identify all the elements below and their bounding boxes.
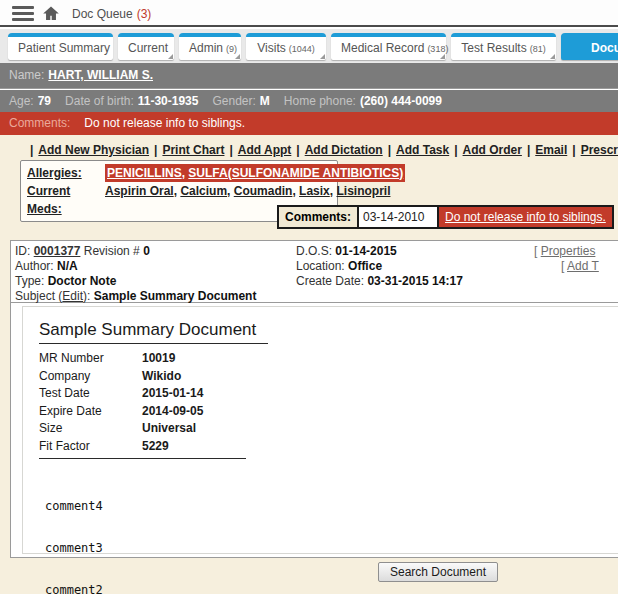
bottom-strip xyxy=(0,594,618,601)
med-item[interactable]: Aspirin Oral xyxy=(105,184,174,198)
properties-link-wrap: [ Properties xyxy=(534,244,595,259)
comma-separator: , xyxy=(174,184,177,198)
meta-row-subject: Subject (Edit): Sample Summary Document xyxy=(15,289,618,304)
field-value: 2015-01-14 xyxy=(142,385,203,403)
dos-label: D.O.S: xyxy=(296,244,332,258)
table-row: CompanyWikido xyxy=(39,368,618,386)
document-comment-lines: comment4 comment3 comment2 comment1 xyxy=(45,471,618,601)
document-view-area: Sample Summary Document MR Number10019 C… xyxy=(11,303,618,557)
queue-count: (3) xyxy=(137,7,152,21)
tab-count: (318) xyxy=(427,44,448,54)
field-label: Company xyxy=(39,368,142,386)
field-value: Universal xyxy=(142,420,196,438)
add-link[interactable]: Add T xyxy=(567,259,599,273)
comments-text: Do not release info to siblings. xyxy=(84,116,245,130)
tab-count: (81) xyxy=(530,44,546,54)
action-links-row: |Add New Physician|Print Chart|Add Appt|… xyxy=(30,143,618,157)
doc-comments-alert-link[interactable]: Do not release info to siblings. xyxy=(439,205,614,229)
field-value: 2014-09-05 xyxy=(142,403,203,421)
comma-separator: , xyxy=(292,184,295,198)
hamburger-menu-icon[interactable] xyxy=(12,6,34,21)
add-appt-link[interactable]: Add Appt xyxy=(238,143,292,157)
add-order-link[interactable]: Add Order xyxy=(463,143,522,157)
tab-label: Document S xyxy=(591,41,618,55)
age-label: Age: xyxy=(9,94,34,108)
page: Doc Queue(3) Patient Summary Current Adm… xyxy=(0,0,618,601)
table-bottom-rule xyxy=(39,458,246,459)
subject-label-suffix: ): xyxy=(83,289,90,303)
app-title-text: Doc Queue xyxy=(72,7,133,21)
med-item[interactable]: Lisinopril xyxy=(336,184,390,198)
search-document-button[interactable]: Search Document xyxy=(378,562,498,582)
create-date-value: 03-31-2015 14:17 xyxy=(367,274,462,288)
tab-label: Test Results xyxy=(461,41,526,55)
comma-separator: , xyxy=(182,166,185,180)
med-item[interactable]: Coumadin xyxy=(234,184,293,198)
tab-visits[interactable]: Visits(1044) xyxy=(246,33,326,60)
doc-comments-date-input[interactable] xyxy=(359,205,439,229)
tab-patient-summary[interactable]: Patient Summary xyxy=(8,33,113,60)
subject-edit-link[interactable]: Edit xyxy=(62,289,83,303)
add-dictation-link[interactable]: Add Dictation xyxy=(305,143,383,157)
allergies-row: Allergies: PENICILLINS, SULFA(SULFONAMID… xyxy=(27,164,331,182)
tab-label: Admin xyxy=(189,41,223,55)
pipe-separator: | xyxy=(229,143,232,157)
tab-test-results[interactable]: Test Results(81) xyxy=(451,33,556,60)
tab-label: Visits xyxy=(257,41,285,55)
tab-label: Current xyxy=(128,41,168,55)
tab-documents-active[interactable]: Document S xyxy=(561,33,618,60)
allergy-item[interactable]: SULFA(SULFONAMIDE ANTIBIOTICS) xyxy=(188,166,403,180)
table-row: Test Date2015-01-14 xyxy=(39,385,618,403)
meta-row-create: Create Date: 03-31-2015 14:17 xyxy=(296,274,463,289)
add-task-link[interactable]: Add Task xyxy=(396,143,449,157)
prescribe-link[interactable]: Prescribe xyxy=(581,143,618,157)
patient-demographics-bar: Age:79Date of birth:11-30-1935Gender:MHo… xyxy=(0,90,618,112)
document-field-table: MR Number10019 CompanyWikido Test Date20… xyxy=(39,350,618,455)
subject-label: Subject ( xyxy=(15,289,62,303)
meta-column-2: D.O.S: 01-14-2015 Location: Office Creat… xyxy=(296,244,463,289)
field-label: MR Number xyxy=(39,350,142,368)
doc-comments-label: Comments: xyxy=(277,205,359,229)
home-icon[interactable] xyxy=(42,5,60,22)
dob-label: Date of birth: xyxy=(65,94,134,108)
tab-medical-record[interactable]: Medical Record(318) xyxy=(331,33,446,60)
document-id-link[interactable]: 0001377 xyxy=(34,244,81,258)
add-new-physician-link[interactable]: Add New Physician xyxy=(38,143,149,157)
bracket: [ xyxy=(534,244,537,258)
allergies-link[interactable]: Allergies: xyxy=(27,166,82,180)
email-link[interactable]: Email xyxy=(535,143,567,157)
properties-link[interactable]: Properties xyxy=(541,244,596,258)
location-value: Office xyxy=(348,259,382,273)
allergy-item[interactable]: PENICILLINS xyxy=(107,166,182,180)
content-area: |Add New Physician|Print Chart|Add Appt|… xyxy=(0,135,618,601)
pipe-separator: | xyxy=(154,143,157,157)
print-chart-link[interactable]: Print Chart xyxy=(162,143,224,157)
revision-value: 0 xyxy=(143,244,150,258)
field-label: Size xyxy=(39,420,142,438)
table-row: Fit Factor5229 xyxy=(39,438,618,456)
tab-count: (1044) xyxy=(289,44,315,54)
pipe-separator: | xyxy=(527,143,530,157)
dos-value: 01-14-2015 xyxy=(335,244,396,258)
age-value: 79 xyxy=(38,94,51,108)
field-value: Wikido xyxy=(142,368,181,386)
current-meds-label: Current Meds: xyxy=(27,182,105,218)
type-label: Type: xyxy=(15,274,44,288)
field-label: Fit Factor xyxy=(39,438,142,456)
pipe-separator: | xyxy=(296,143,299,157)
create-date-label: Create Date: xyxy=(296,274,364,288)
med-item[interactable]: Lasix xyxy=(299,184,330,198)
tab-bar: Patient Summary Current Admin(9) Visits(… xyxy=(0,29,618,63)
med-item[interactable]: Calcium xyxy=(180,184,227,198)
pipe-separator: | xyxy=(30,143,33,157)
document-panel: ID: 0001377 Revision # 0 Author: N/A Typ… xyxy=(10,240,618,558)
comment-line: comment3 xyxy=(45,541,618,555)
tab-count: (9) xyxy=(226,44,237,54)
patient-name-link[interactable]: HART, WILLIAM S. xyxy=(48,68,153,82)
tab-current[interactable]: Current xyxy=(118,33,174,60)
patient-name-bar: Name:HART, WILLIAM S. xyxy=(0,63,618,89)
tab-admin[interactable]: Admin(9) xyxy=(179,33,241,60)
meta-row-dos: D.O.S: 01-14-2015 xyxy=(296,244,463,259)
current-meds-link[interactable]: Current Meds: xyxy=(27,184,70,216)
document-frame: Sample Summary Document MR Number10019 C… xyxy=(22,306,618,554)
